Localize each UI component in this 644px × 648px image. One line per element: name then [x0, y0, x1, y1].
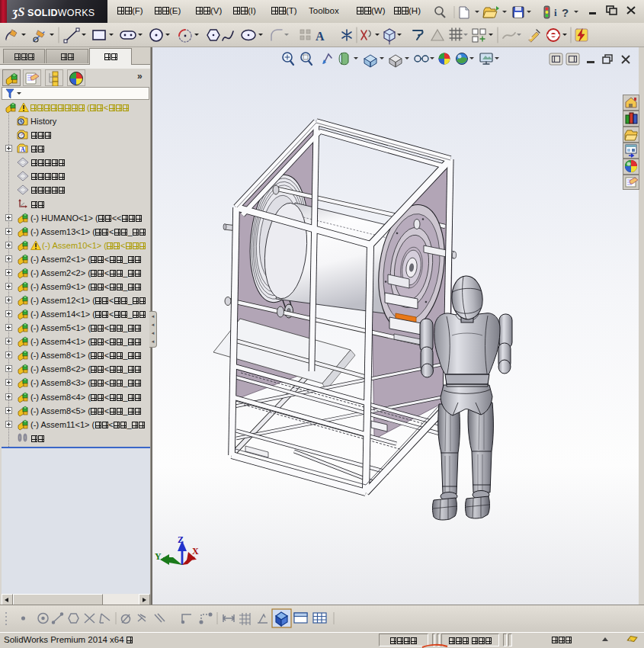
- svg-text:A: A: [316, 30, 325, 43]
- svg-text:?: ?: [562, 6, 569, 19]
- svg-text:Z: Z: [178, 534, 184, 545]
- svg-text:Y: Y: [155, 551, 162, 562]
- svg-text:X: X: [192, 546, 199, 557]
- svg-text:i: i: [554, 7, 557, 18]
